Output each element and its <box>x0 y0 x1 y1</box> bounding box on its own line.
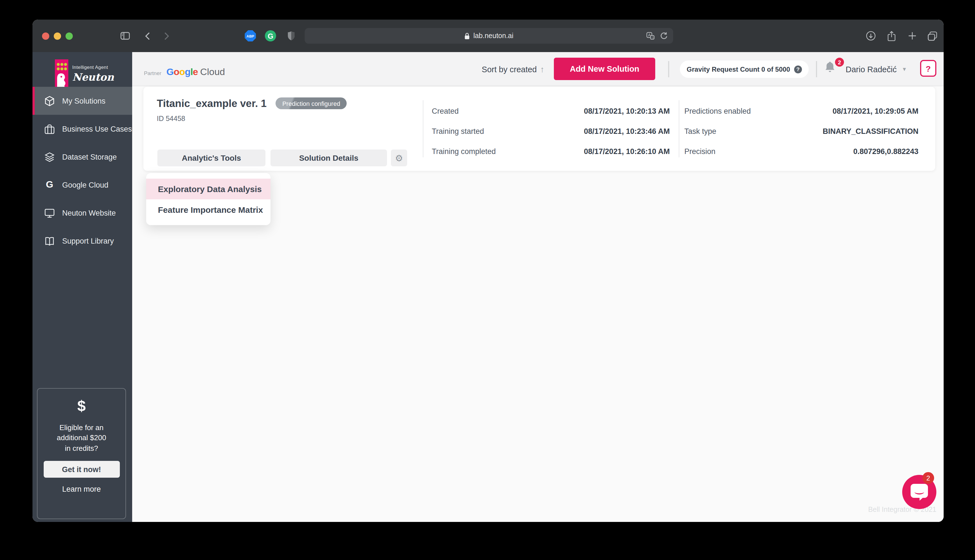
monitor-icon <box>44 207 55 218</box>
sidebar-item-label: Neuton Website <box>62 208 116 217</box>
grammarly-label: G <box>268 32 273 40</box>
sort-by-created[interactable]: Sort by created ↑ <box>468 52 544 86</box>
analytics-tools-button[interactable]: Analytic's Tools <box>157 149 265 166</box>
notifications-button[interactable]: 2 <box>824 60 842 78</box>
reload-icon[interactable] <box>660 32 668 40</box>
shield-extension-icon[interactable] <box>286 30 297 42</box>
sidebar-item-label: Support Library <box>62 237 114 245</box>
gravity-count-label: Gravity Request Count 0 of 5000 <box>687 65 790 73</box>
solution-title: Titanic_example ver. 1 <box>157 97 267 110</box>
share-icon[interactable] <box>887 20 897 52</box>
sidebar-nav: My Solutions Business Use Cases Dataset … <box>32 87 132 255</box>
info-label: Precision <box>684 147 715 156</box>
adblock-label: ABP <box>247 34 254 38</box>
sidebar-item-label: Business Use Cases <box>62 125 132 133</box>
browser-titlebar: ABP G lab.neuton.ai A✩ <box>32 20 943 52</box>
url-text: lab.neuton.ai <box>473 32 513 40</box>
info-row: Precision 0.807296,0.882243 <box>684 146 918 157</box>
card-divider <box>679 100 679 157</box>
grammarly-extension-icon[interactable]: G <box>265 30 276 42</box>
sidebar-item-business-use-cases[interactable]: Business Use Cases <box>32 115 132 143</box>
sidebar-item-label: Dataset Storage <box>62 153 117 161</box>
info-value: BINARY_CLASSIFICATION <box>823 127 918 135</box>
chat-smile-icon <box>915 490 924 495</box>
info-value: 0.807296,0.882243 <box>853 147 918 156</box>
chat-bubble-tail <box>920 496 925 501</box>
info-value: 08/17/2021, 10:26:10 AM <box>584 147 670 156</box>
main-content: Partner GoogleCloud Sort by created ↑ Ad… <box>132 52 943 522</box>
new-tab-icon[interactable] <box>907 20 917 52</box>
sidebar-item-support-library[interactable]: Support Library <box>32 227 132 255</box>
menu-item-exploratory-data-analysis[interactable]: Exploratory Data Analysis <box>146 178 270 199</box>
info-value: 08/17/2021, 10:20:13 AM <box>584 107 670 115</box>
info-row: Training started 08/17/2021, 10:23:46 AM <box>432 126 670 137</box>
sidebar-item-google-cloud[interactable]: G Google Cloud <box>32 171 132 199</box>
sidebar-item-label: My Solutions <box>62 97 105 105</box>
browser-window: ABP G lab.neuton.ai A✩ <box>32 20 943 522</box>
help-button[interactable]: ? <box>920 60 937 77</box>
get-it-now-button[interactable]: Get it now! <box>43 461 120 478</box>
sidebar-item-my-solutions[interactable]: My Solutions <box>32 87 132 115</box>
credits-promo-panel: $ Eligible for an additional $200 in cre… <box>37 388 126 519</box>
bell-icon <box>824 60 836 74</box>
tab-overview-icon[interactable] <box>927 20 938 52</box>
cube-icon <box>44 95 55 106</box>
chevron-down-icon: ▾ <box>903 65 906 73</box>
user-menu[interactable]: Dario Radečić ▾ <box>846 52 906 86</box>
info-row: Task type BINARY_CLASSIFICATION <box>684 126 918 137</box>
partner-google-cloud-logo: Partner GoogleCloud <box>144 67 225 78</box>
learn-more-link[interactable]: Learn more <box>62 485 101 493</box>
partner-label: Partner <box>144 70 161 76</box>
back-button[interactable] <box>143 20 152 52</box>
close-window-button[interactable] <box>42 32 49 40</box>
solution-card: Titanic_example ver. 1 Prediction config… <box>143 87 935 170</box>
book-icon <box>44 235 55 246</box>
info-label: Predictions enabled <box>684 107 751 115</box>
add-new-solution-button[interactable]: Add New Solution <box>554 58 655 80</box>
minimize-window-button[interactable] <box>53 32 61 40</box>
settings-gear-button[interactable]: ⚙ <box>391 149 407 166</box>
info-label: Task type <box>684 127 716 135</box>
info-value: 08/17/2021, 10:23:46 AM <box>584 127 670 135</box>
promo-text: Eligible for an additional $200 in credi… <box>38 423 125 454</box>
logo-brand: Neuton <box>72 71 114 83</box>
adblock-extension-icon[interactable]: ABP <box>245 30 256 42</box>
app-header: Partner GoogleCloud Sort by created ↑ Ad… <box>132 52 943 86</box>
desktop-background: ABP G lab.neuton.ai A✩ <box>0 0 975 560</box>
logo-tagline: Intelligent Agent <box>72 64 114 70</box>
downloads-icon[interactable] <box>866 20 876 52</box>
 <box>111 20 120 52</box>
dollar-icon: $ <box>38 398 125 415</box>
forward-button[interactable] <box>162 20 171 52</box>
sidebar-item-label: Google Cloud <box>62 181 108 189</box>
info-row: Training completed 08/17/2021, 10:26:10 … <box>432 146 670 157</box>
neuton-logo[interactable]: Intelligent Agent Neuton <box>55 59 114 90</box>
sidebar-item-dataset-storage[interactable]: Dataset Storage <box>32 143 132 171</box>
gravity-help-icon[interactable]: ? <box>794 65 802 73</box>
lock-icon <box>464 32 470 40</box>
translate-icon[interactable]: A✩ <box>646 32 655 40</box>
info-label: Created <box>432 107 459 115</box>
sidebar-item-neuton-website[interactable]: Neuton Website <box>32 199 132 227</box>
neuton-logo-icon <box>55 59 68 90</box>
sidebar-toggle-icon[interactable] <box>119 20 130 52</box>
sidebar: Intelligent Agent Neuton My Solutions <box>32 52 132 522</box>
info-label: Training started <box>432 127 484 135</box>
status-badge: Prediction configured <box>275 97 347 109</box>
solution-details-button[interactable]: Solution Details <box>270 149 387 166</box>
header-divider <box>668 61 669 77</box>
gravity-request-count: Gravity Request Count 0 of 5000 ? <box>680 60 809 78</box>
sort-label: Sort by created <box>482 65 537 73</box>
address-bar[interactable]: lab.neuton.ai A✩ <box>305 28 673 44</box>
layers-icon <box>44 152 55 162</box>
maximize-window-button[interactable] <box>65 32 73 40</box>
google-g-icon: G <box>44 180 55 190</box>
user-name: Dario Radečić <box>846 65 897 73</box>
card-divider <box>423 100 423 157</box>
analytics-tools-dropdown: Exploratory Data Analysis Feature Import… <box>146 173 270 225</box>
google-cloud-wordmark: GoogleCloud <box>166 67 225 78</box>
briefcase-icon <box>44 123 55 134</box>
info-label: Training completed <box>432 147 496 156</box>
menu-item-feature-importance-matrix[interactable]: Feature Importance Matrix <box>146 199 270 220</box>
info-row: Predictions enabled 08/17/2021, 10:29:05… <box>684 105 918 117</box>
